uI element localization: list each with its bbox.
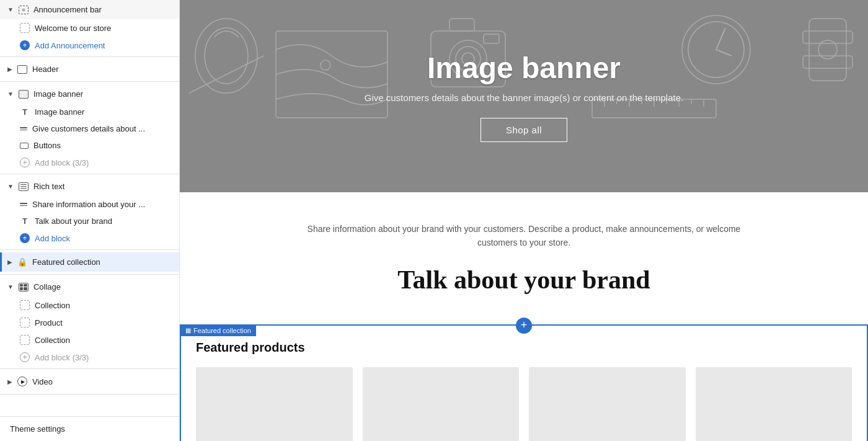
banner-content: Image banner Give customers details abou… [365,51,683,142]
product-image-2 [363,367,520,441]
sidebar-section-header[interactable]: ▶ Header [0,60,179,79]
frame-icon2 [20,300,30,310]
sidebar-item-give-customers[interactable]: Give customers details about ... [0,120,179,137]
text-t-icon2: T [20,216,30,226]
product-card-3[interactable]: Example product title [529,367,686,441]
svg-rect-4 [450,19,474,31]
lines-icon [20,127,27,130]
shop-all-button[interactable]: Shop all [480,118,567,142]
svg-rect-14 [803,31,852,43]
theme-settings[interactable]: Theme settings [0,416,179,441]
products-grid: Example product title Example product ti… [196,367,852,441]
svg-line-8 [189,56,264,93]
main-content: Image banner Give customers details abou… [180,0,868,441]
svg-point-18 [321,60,330,70]
sidebar-item-product-1[interactable]: Product [0,314,179,331]
sidebar-item-share-info[interactable]: Share information about your ... [0,196,179,213]
featured-collection-label: ▦ Featured collection [180,325,256,336]
chevron-down-icon2: ▼ [7,91,14,97]
sidebar-section-collage[interactable]: ▼ Collage [0,277,179,296]
frame-icon4 [20,335,30,345]
rich-text-heading: Talk about your brand [192,265,856,295]
sidebar-item-collection-1[interactable]: Collection [0,296,179,314]
featured-collection-section[interactable]: ▦ Featured collection + Featured product… [180,324,868,441]
sidebar-section-rich-text[interactable]: ▼ Rich text [0,177,179,196]
banner-title: Image banner [365,51,683,85]
blue-plus-icon2: + [20,233,30,243]
sidebar-item-buttons[interactable]: Buttons [0,137,179,154]
sidebar-item-welcome[interactable]: Welcome to our store [0,19,179,37]
gray-plus-icon2: + [20,352,30,362]
rich-text-description: Share information about your brand with … [307,222,741,250]
product-image-1 [196,367,353,441]
featured-collection-icon: ▦ [185,327,191,334]
image-banner-section: Image banner Give customers details abou… [180,0,868,192]
rich-text-icon [19,182,29,191]
svg-rect-5 [484,34,499,43]
lines-icon2 [20,203,27,206]
featured-content: Featured products Example product title … [181,326,867,441]
sidebar-section-featured-collection[interactable]: ▶ 🔒 Featured collection [0,252,179,272]
product-card-2[interactable]: Example product title [363,367,520,441]
announcement-bar-label: Announcement bar [33,5,102,14]
featured-add-button[interactable]: + [516,318,532,334]
product-image-3 [529,367,686,441]
buttons-icon [20,143,29,149]
banner-subtitle: Give customers details about the banner … [365,92,683,103]
sidebar-item-talk-about[interactable]: T Talk about your brand [0,213,179,229]
lock-icon: 🔒 [17,257,27,267]
svg-line-11 [716,28,725,50]
sidebar-item-image-banner[interactable]: T Image banner [0,104,179,120]
chevron-down-icon: ▼ [7,6,14,13]
chevron-down-icon4: ▼ [7,283,14,290]
sidebar-item-add-block-1[interactable]: + Add block (3/3) [0,154,179,171]
announcement-icon: ≡ [19,6,29,14]
collage-icon [19,283,29,292]
chevron-down-icon3: ▼ [7,183,14,190]
sidebar-section-image-banner[interactable]: ▼ Image banner [0,84,179,104]
frame-icon [20,23,30,33]
frame-icon3 [20,318,30,327]
sidebar-item-add-block-3[interactable]: + Add block (3/3) [0,349,179,366]
gray-plus-icon: + [20,158,30,167]
sidebar-item-collection-2[interactable]: Collection [0,331,179,349]
image-banner-icon [19,90,29,99]
sidebar-section-video[interactable]: ▶ ▶ Video [0,372,179,391]
product-image-4 [696,367,852,441]
blue-plus-icon: + [20,40,30,50]
product-card-4[interactable]: Example product title [696,367,852,441]
rich-text-section: Share information about your brand with … [180,192,868,324]
sidebar: ▼ ≡ Announcement bar Welcome to our stor… [0,0,180,441]
svg-point-7 [205,28,248,84]
sidebar-item-add-block-2[interactable]: + Add block [0,229,179,247]
svg-rect-15 [803,56,852,68]
product-card-1[interactable]: Example product title [196,367,353,441]
header-icon [17,65,27,74]
featured-collection-title: Featured products [196,341,852,355]
sidebar-section-announcement[interactable]: ▼ ≡ Announcement bar [0,0,179,19]
chevron-right-icon2: ▶ [7,259,12,265]
chevron-right-icon3: ▶ [7,378,12,385]
text-t-icon: T [20,107,30,117]
chevron-right-icon: ▶ [7,66,12,73]
svg-line-12 [716,50,732,56]
svg-rect-13 [809,19,846,81]
play-icon: ▶ [17,376,27,386]
sidebar-item-add-announcement[interactable]: + Add Announcement [0,37,179,54]
